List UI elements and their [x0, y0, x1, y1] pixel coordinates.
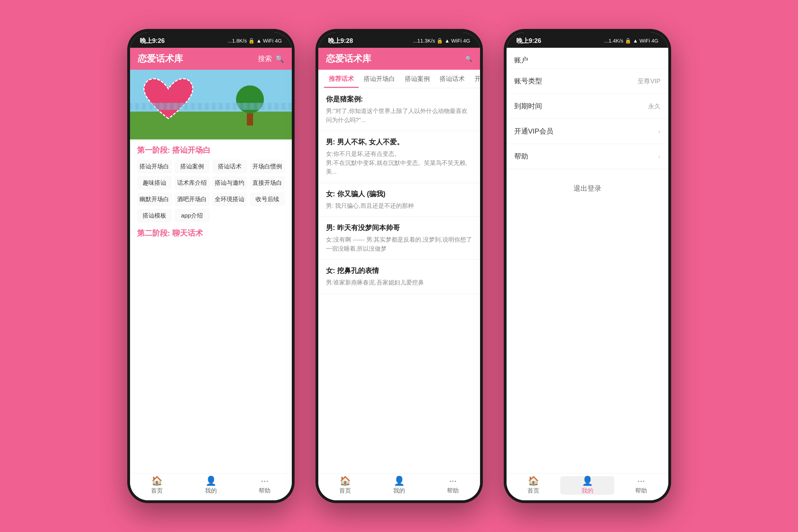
profile-row-help[interactable]: 帮助 ›	[507, 144, 668, 169]
nav-profile-2[interactable]: 👤 我的	[372, 476, 426, 495]
chevron-help-icon: ›	[658, 152, 661, 160]
nav-help-2[interactable]: ··· 帮助	[426, 476, 480, 495]
grid-item-3[interactable]: 开场白惯例	[250, 160, 285, 173]
tab-skills[interactable]: 搭讪话术	[435, 70, 470, 88]
help-icon-2: ···	[449, 476, 457, 485]
bottom-nav-1: 🏠 首页 👤 我的 ··· 帮助	[130, 473, 292, 500]
header-right-1: 搜索 🔍	[258, 54, 284, 63]
home-icon-3: 🏠	[528, 476, 539, 485]
app-title-1: 恋爱话术库	[138, 53, 183, 65]
screen-1: 晚上9:26 ...1.8K/s 🔒 ▲ WiFi 4G 恋爱话术库 搜索 🔍	[130, 32, 292, 500]
nav-help-label-3: 帮助	[635, 487, 647, 495]
nav-profile-label-3: 我的	[582, 487, 593, 495]
nav-help-label-1: 帮助	[259, 487, 271, 495]
search-icon-2[interactable]: 🔍	[465, 55, 472, 62]
nav-profile-3[interactable]: 👤 我的	[560, 476, 614, 495]
tree-trunk	[247, 113, 253, 126]
nav-profile-label-1: 我的	[205, 487, 217, 495]
profile-row-expiry: 到期时间 永久	[507, 94, 668, 119]
app-title-2: 恋爱话术库	[326, 53, 371, 65]
tab-recommended[interactable]: 推荐话术	[324, 70, 359, 88]
phone-notch-1	[187, 29, 235, 39]
bottom-nav-3: 🏠 首页 👤 我的 ··· 帮助	[507, 473, 668, 500]
tab-more[interactable]: 开...	[470, 70, 480, 88]
bottom-nav-2: 🏠 首页 👤 我的 ··· 帮助	[318, 473, 480, 500]
list-item-desc-3: 女:没有啊 ------ 男:其实梦都是反着的,没梦到,说明你想了一宿没睡着,所…	[326, 235, 472, 253]
nav-profile-label-2: 我的	[393, 487, 405, 495]
list-item-4[interactable]: 女: 挖鼻孔的表情 男:谁家新燕啄春泥,吾家媳妇儿爱挖鼻	[318, 260, 480, 294]
profile-value-help: ›	[658, 152, 661, 160]
grid-item-10[interactable]: 全环境搭讪	[212, 192, 247, 206]
logout-button[interactable]: 退出登录	[507, 176, 668, 201]
profile-section-account: 账户	[507, 48, 668, 69]
phone-3: 晚上9:26 ...1.4K/s 🔒 ▲ WiFi 4G 账户 账号类型 至尊V…	[504, 29, 671, 503]
nav-home-1[interactable]: 🏠 首页	[130, 476, 184, 495]
hero-banner	[130, 70, 292, 139]
grid-item-4[interactable]: 趣味搭讪	[137, 176, 172, 190]
profile-icon-3: 👤	[582, 476, 593, 485]
profile-row-type: 账号类型 至尊VIP	[507, 69, 668, 94]
grid-item-5[interactable]: 话术库介绍	[175, 176, 210, 190]
profile-label-expiry: 到期时间	[514, 101, 542, 111]
profile-value-type: 至尊VIP	[638, 77, 660, 85]
profile-row-vip[interactable]: 开通VIP会员 ›	[507, 119, 668, 144]
grid-item-8[interactable]: 幽默开场白	[137, 192, 172, 206]
nav-home-3[interactable]: 🏠 首页	[507, 476, 561, 495]
chevron-vip-icon: ›	[658, 127, 661, 135]
list-item-0[interactable]: 你是猪案例: 男:"对了,你知道这个世界上除了人以外什么动物最喜欢问为什么吗?"…	[318, 88, 480, 131]
grid-item-2[interactable]: 搭讪话术	[212, 160, 247, 173]
nav-help-label-2: 帮助	[447, 487, 459, 495]
nav-home-2[interactable]: 🏠 首页	[318, 476, 372, 495]
grid-item-1[interactable]: 搭讪案例	[175, 160, 210, 173]
profile-value-expiry: 永久	[648, 102, 661, 111]
section-1-title: 第一阶段: 搭讪开场白	[137, 145, 285, 155]
profile-value-vip: ›	[658, 127, 661, 135]
list-item-title-2: 女: 你又骗人 (骗我)	[326, 189, 472, 199]
status-time-2: 晚上9:28	[328, 37, 353, 45]
phone-notch-3	[563, 29, 612, 39]
home-icon-1: 🏠	[151, 476, 162, 485]
app-header-2: 恋爱话术库 🔍	[318, 48, 480, 70]
home-icon-2: 🏠	[340, 476, 351, 485]
profile-icon-2: 👤	[394, 476, 405, 485]
list-item-desc-4: 男:谁家新燕啄春泥,吾家媳妇儿爱挖鼻	[326, 278, 472, 287]
list-item-title-1: 男: 男人不坏, 女人不爱。	[326, 137, 472, 147]
help-icon-1: ···	[261, 476, 268, 485]
grid-item-6[interactable]: 搭讪与邀约	[212, 176, 247, 190]
nav-profile-1[interactable]: 👤 我的	[184, 476, 238, 495]
profile-label-vip: 开通VIP会员	[514, 127, 553, 136]
grid-item-7[interactable]: 直接开场白	[250, 176, 285, 190]
grid-item-13[interactable]: app介绍	[175, 209, 210, 222]
tab-cases[interactable]: 搭讪案例	[400, 70, 435, 88]
status-time-1: 晚上9:26	[140, 37, 165, 45]
nav-home-label-2: 首页	[339, 487, 351, 495]
hero-waves	[130, 103, 292, 110]
grid-item-9[interactable]: 酒吧开场白	[175, 192, 210, 206]
search-label-1[interactable]: 搜索	[258, 54, 272, 63]
profile-content: 账户 账号类型 至尊VIP 到期时间 永久 开通VIP会员 › 帮助 ›	[507, 48, 668, 473]
screen-2: 晚上9:28 ...11.3K/s 🔒 ▲ WiFi 4G 恋爱话术库 🔍 推荐…	[318, 32, 480, 500]
list-content-2: 你是猪案例: 男:"对了,你知道这个世界上除了人以外什么动物最喜欢问为什么吗?"…	[318, 88, 480, 473]
hero-heart-svg	[140, 73, 196, 126]
list-item-3[interactable]: 男: 昨天有没梦间本帅哥 女:没有啊 ------ 男:其实梦都是反着的,没梦到…	[318, 217, 480, 260]
search-icon-1[interactable]: 🔍	[275, 55, 284, 63]
nav-help-3[interactable]: ··· 帮助	[614, 476, 668, 495]
grid-item-12[interactable]: 搭讪模板	[137, 209, 172, 222]
phone-notch-2	[375, 29, 424, 39]
tab-opener[interactable]: 搭讪开场白	[359, 70, 400, 88]
grid-item-0[interactable]: 搭讪开场白	[137, 160, 172, 173]
screen-3: 晚上9:26 ...1.4K/s 🔒 ▲ WiFi 4G 账户 账号类型 至尊V…	[507, 32, 668, 500]
status-icons-3: ...1.4K/s 🔒 ▲ WiFi 4G	[604, 38, 659, 44]
status-time-3: 晚上9:26	[516, 37, 541, 45]
tabs-bar-2: 推荐话术 搭讪开场白 搭讪案例 搭讪话术 开...	[318, 70, 480, 88]
grid-item-11[interactable]: 收号后续	[250, 192, 285, 206]
list-item-1[interactable]: 男: 男人不坏, 女人不爱。 女:你不只是坏,还有点变态。男:不在沉默中变坏,就…	[318, 131, 480, 183]
home-content: 第一阶段: 搭讪开场白 搭讪开场白 搭讪案例 搭讪话术 开场白惯例 趣味搭讪 话…	[130, 139, 292, 473]
list-item-2[interactable]: 女: 你又骗人 (骗我) 男: 我只骗心,而且还是不还的那种	[318, 183, 480, 217]
list-item-desc-1: 女:你不只是坏,还有点变态。男:不在沉默中变坏,就在沉默中变态。笑菜鸟不笑无赖,…	[326, 150, 472, 176]
phone-1: 晚上9:26 ...1.8K/s 🔒 ▲ WiFi 4G 恋爱话术库 搜索 🔍	[127, 29, 295, 503]
status-icons-1: ...1.8K/s 🔒 ▲ WiFi 4G	[228, 38, 282, 44]
nav-help-1[interactable]: ··· 帮助	[238, 476, 292, 495]
app-header-1: 恋爱话术库 搜索 🔍	[130, 48, 292, 70]
status-icons-2: ...11.3K/s 🔒 ▲ WiFi 4G	[413, 38, 470, 44]
